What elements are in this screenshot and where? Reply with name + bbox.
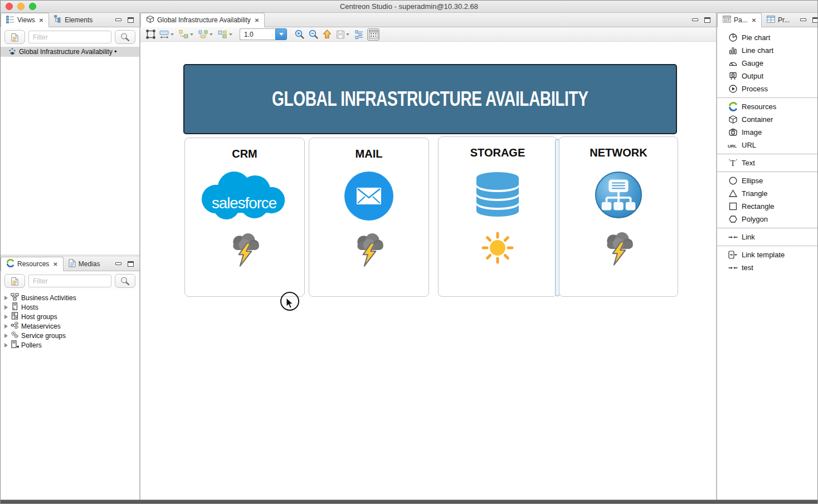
medias-icon [69,259,76,269]
tree-item-host-groups[interactable]: Host groups [1,312,139,321]
expand-arrow-icon[interactable] [4,305,8,310]
mouse-cursor [280,292,303,315]
tree-item-label: Hosts [21,304,38,311]
palette-item-link-template[interactable]: Link template [717,248,817,261]
editor-tab[interactable]: Global Infrastructure Availability ✕ [140,13,265,27]
tab-resources[interactable]: Resources ✕ [1,257,64,271]
palette-grid-mode-button[interactable] [367,28,379,41]
layout-horizontal-button[interactable] [178,28,196,41]
views-panel-controls [110,13,139,27]
tab-palette[interactable]: Pa... ✕ [717,13,762,27]
resources-search-button[interactable] [115,274,135,288]
network-card[interactable]: NETWORK [559,136,678,297]
close-icon[interactable]: ✕ [752,17,756,23]
camera-icon [728,128,738,137]
palette-item-url[interactable]: URLURL [717,139,817,151]
palette-item-rectangle[interactable]: Rectangle [717,200,817,213]
new-view-button[interactable] [4,30,25,44]
tree-item-hosts[interactable]: Hosts [1,302,139,312]
close-icon[interactable]: ✕ [255,17,259,23]
up-arrow-icon [322,29,332,40]
arrange-button[interactable] [217,28,235,41]
chevron-down-icon[interactable] [210,33,213,36]
views-filter-input[interactable] [28,31,111,43]
select-bounds-button[interactable] [144,28,157,41]
minimize-window-button[interactable] [17,3,25,10]
maximize-panel-icon[interactable] [128,17,134,23]
tree-item-business-activities[interactable]: Business Activities [1,293,139,302]
palette-item-process[interactable]: Process [717,82,817,95]
palette-item-image[interactable]: Image [717,126,817,139]
resources-panel-tabbar: Resources ✕ Medias [1,257,139,271]
chevron-down-icon[interactable] [190,33,193,36]
line-chart-icon [728,46,738,55]
database-icon [474,164,521,226]
chevron-down-icon [279,33,284,36]
palette-item-label: Polygon [742,215,768,223]
minimize-panel-icon[interactable] [115,18,121,21]
tab-views[interactable]: Views ✕ [1,13,49,27]
minimize-panel-icon[interactable] [692,18,698,21]
zoom-window-button[interactable] [29,3,36,10]
expand-arrow-icon[interactable] [4,334,8,338]
tab-properties[interactable]: Pr... [762,13,795,27]
sun-icon [481,232,514,273]
palette-item-link[interactable]: Link [717,231,817,243]
tree-item-service-groups[interactable]: Service groups [1,331,139,340]
expand-arrow-icon[interactable] [4,296,8,300]
palette-item-triangle[interactable]: Triangle [717,187,817,200]
chevron-down-icon[interactable] [229,33,232,36]
text-icon: T [728,158,738,168]
crm-card[interactable]: CRM salesforce [184,138,305,297]
palette-item-pie-chart[interactable]: Pie chart [717,31,817,44]
url-icon: URL [728,142,738,149]
zoom-in-button[interactable] [293,28,305,41]
palette-item-line-chart[interactable]: Line chart [717,44,817,57]
pollers-icon [11,340,19,350]
tree-item-pollers[interactable]: Pollers [1,340,139,350]
close-icon[interactable]: ✕ [53,261,57,267]
zoom-level-select[interactable]: 1.0 [240,28,287,40]
palette-separator [717,228,817,228]
outline-mode-button[interactable] [353,28,366,41]
zoom-level-dropdown-button[interactable] [275,28,287,40]
palette-item-text[interactable]: TText [717,156,817,169]
palette-item-output[interactable]: Output [717,70,817,82]
banner-element[interactable]: GLOBAL INFRASTRUCTURE AVAILABILITY [183,64,677,134]
view-list-item[interactable]: Global Infrastructure Availability • [1,47,139,57]
tab-medias[interactable]: Medias [64,257,105,271]
palette-item-test[interactable]: test [717,261,817,274]
views-icon [6,16,14,25]
close-window-button[interactable] [6,3,13,10]
close-icon[interactable]: ✕ [39,17,43,23]
tab-elements[interactable]: Elements [49,13,98,27]
mail-card[interactable]: MAIL [309,138,429,297]
maximize-panel-icon[interactable] [128,261,134,267]
diagram-canvas[interactable]: GLOBAL INFRASTRUCTURE AVAILABILITY CRM s… [140,42,716,500]
views-search-button[interactable] [115,30,135,44]
palette-item-ellipse[interactable]: Ellipse [717,174,817,187]
minimize-panel-icon[interactable] [115,262,121,265]
bring-to-front-button[interactable] [321,28,333,41]
tree-item-metaservices[interactable]: Metaservices [1,321,139,331]
maximize-panel-icon[interactable] [704,17,710,23]
distribute-button[interactable] [197,28,215,41]
expand-arrow-icon[interactable] [4,324,8,329]
palette-item-gauge[interactable]: Gauge [717,57,817,70]
expand-arrow-icon[interactable] [4,315,8,319]
resources-filter-input[interactable] [28,275,111,287]
palette-item-resources[interactable]: Resources [717,100,817,113]
minimize-panel-icon[interactable] [800,18,806,21]
maximize-panel-icon[interactable] [812,17,818,23]
align-button[interactable] [158,28,176,41]
palette-item-polygon[interactable]: Polygon [717,213,817,226]
resources-panel: Resources ✕ Medias [1,257,139,500]
save-button[interactable] [335,28,352,41]
chevron-down-icon[interactable] [346,33,349,36]
palette-item-container[interactable]: Container [717,113,817,126]
chevron-down-icon[interactable] [171,33,174,36]
storage-card[interactable]: STORAGE [438,136,557,297]
new-resource-button[interactable] [4,274,25,288]
zoom-out-button[interactable] [307,28,319,41]
expand-arrow-icon[interactable] [4,343,8,348]
